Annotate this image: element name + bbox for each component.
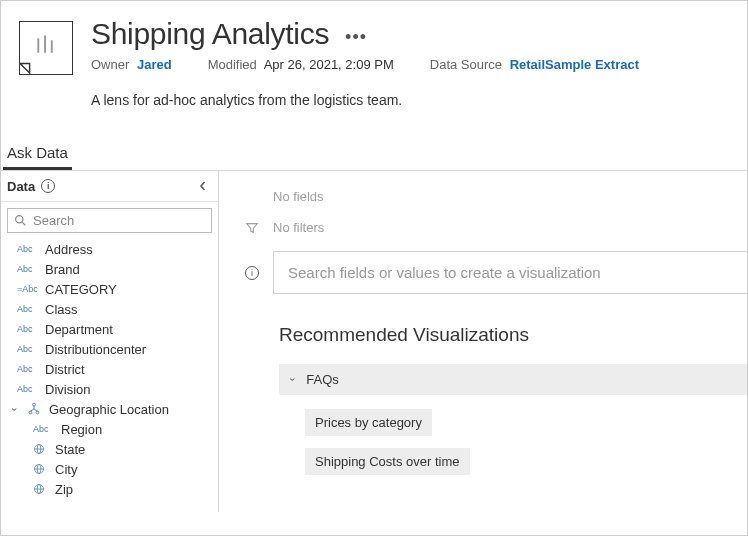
description: A lens for ad-hoc analytics from the log…	[91, 92, 723, 108]
modified-label: Modified	[208, 57, 257, 72]
viz-search-box[interactable]	[273, 251, 747, 294]
page-title: Shipping Analytics	[91, 17, 329, 51]
field-label: Zip	[55, 482, 73, 497]
field-search-input[interactable]	[33, 213, 205, 228]
calc-abc-type-icon: =Abc	[17, 284, 37, 294]
abc-type-icon: Abc	[17, 244, 37, 254]
collapse-sidebar-button[interactable]	[198, 177, 208, 195]
abc-type-icon: Abc	[17, 364, 37, 374]
info-icon[interactable]: i	[245, 266, 259, 280]
field-label: Brand	[45, 262, 80, 277]
main-panel: No fields No filters i Recommended Visua…	[219, 171, 747, 512]
svg-point-7	[36, 411, 39, 414]
search-icon	[14, 214, 27, 227]
field-label: District	[45, 362, 85, 377]
tab-bar: Ask Data	[1, 138, 747, 171]
abc-type-icon: Abc	[33, 424, 53, 434]
globe-icon	[33, 483, 47, 495]
info-icon[interactable]: i	[41, 179, 55, 193]
field-item[interactable]: AbcDistrict	[7, 359, 212, 379]
faqs-toggle[interactable]: › FAQs	[279, 364, 747, 395]
datasource-label: Data Source	[430, 57, 502, 72]
header: Shipping Analytics ••• Owner Jared Modif…	[1, 1, 747, 122]
hierarchy-icon	[27, 402, 41, 416]
chevron-down-icon: ›	[287, 378, 298, 381]
svg-line-4	[22, 222, 25, 225]
field-item[interactable]: AbcRegion	[7, 419, 212, 439]
abc-type-icon: Abc	[17, 344, 37, 354]
owner-label: Owner	[91, 57, 129, 72]
field-group-label: Geographic Location	[49, 402, 169, 417]
no-fields-hint: No fields	[273, 189, 324, 204]
field-item[interactable]: AbcDistributioncenter	[7, 339, 212, 359]
svg-point-5	[33, 403, 36, 406]
svg-point-6	[29, 411, 32, 414]
field-label: Department	[45, 322, 113, 337]
filter-icon	[245, 221, 259, 235]
abc-type-icon: Abc	[17, 264, 37, 274]
field-label: State	[55, 442, 85, 457]
abc-type-icon: Abc	[17, 304, 37, 314]
modified-value: Apr 26, 2021, 2:09 PM	[264, 57, 394, 72]
field-label: Division	[45, 382, 91, 397]
field-search-box[interactable]	[7, 208, 212, 233]
recommendations-heading: Recommended Visualizations	[279, 324, 747, 346]
field-item[interactable]: AbcAddress	[7, 239, 212, 259]
tab-ask-data[interactable]: Ask Data	[3, 138, 72, 170]
field-label: Class	[45, 302, 78, 317]
viz-search-input[interactable]	[288, 264, 733, 281]
lens-icon	[19, 21, 73, 75]
svg-point-3	[16, 216, 23, 223]
owner-link[interactable]: Jared	[137, 57, 172, 72]
field-item[interactable]: =AbcCATEGORY	[7, 279, 212, 299]
field-item[interactable]: Zip	[7, 479, 212, 499]
no-filters-hint: No filters	[273, 220, 324, 235]
field-group[interactable]: › Geographic Location	[7, 399, 212, 419]
field-item[interactable]: AbcClass	[7, 299, 212, 319]
field-label: City	[55, 462, 77, 477]
sidebar-heading: Data	[7, 179, 35, 194]
field-item[interactable]: AbcDivision	[7, 379, 212, 399]
faq-chip[interactable]: Shipping Costs over time	[305, 448, 470, 475]
faq-chip[interactable]: Prices by category	[305, 409, 432, 436]
globe-icon	[33, 443, 47, 455]
field-item[interactable]: AbcDepartment	[7, 319, 212, 339]
more-actions-icon[interactable]: •••	[345, 21, 367, 48]
field-label: Distributioncenter	[45, 342, 146, 357]
abc-type-icon: Abc	[17, 384, 37, 394]
field-item[interactable]: City	[7, 459, 212, 479]
field-item[interactable]: AbcBrand	[7, 259, 212, 279]
datasource-link[interactable]: RetailSample Extract	[510, 57, 639, 72]
meta-row: Owner Jared Modified Apr 26, 2021, 2:09 …	[91, 57, 723, 72]
field-label: Region	[61, 422, 102, 437]
field-list: AbcAddress AbcBrand =AbcCATEGORY AbcClas…	[1, 237, 218, 512]
field-label: CATEGORY	[45, 282, 117, 297]
chevron-down-icon: ›	[9, 404, 20, 414]
faqs-label: FAQs	[306, 372, 339, 387]
globe-icon	[33, 463, 47, 475]
field-label: Address	[45, 242, 93, 257]
abc-type-icon: Abc	[17, 324, 37, 334]
field-item[interactable]: State	[7, 439, 212, 459]
sidebar: Data i AbcAddress AbcBrand =AbcCATEGORY …	[1, 171, 219, 512]
